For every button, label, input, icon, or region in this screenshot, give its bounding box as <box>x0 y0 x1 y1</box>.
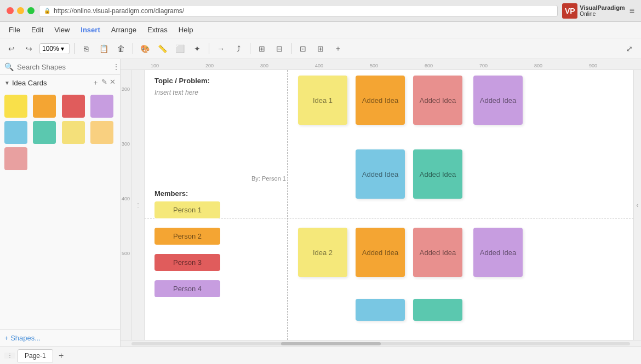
shape-blue[interactable] <box>4 121 27 144</box>
added-idea-card-4[interactable]: Added Idea <box>356 149 405 199</box>
add-shapes-button[interactable]: + Shapes... <box>4 334 116 342</box>
added-idea-label-8: Added Idea <box>480 249 517 257</box>
zoom-select[interactable]: 100% ▾ <box>39 43 70 54</box>
ruler-mark-200v: 200 <box>122 86 130 92</box>
edit-category-icon[interactable]: ✎ <box>101 78 107 88</box>
shape-orange[interactable] <box>33 95 56 118</box>
bottom-dot-handle[interactable]: ⋮ <box>4 353 15 359</box>
ruler-mark-200: 200 <box>205 63 214 68</box>
connector-button[interactable]: → <box>214 42 228 56</box>
minimize-button[interactable] <box>17 7 24 14</box>
added-idea-card-3[interactable]: Added Idea <box>473 76 523 125</box>
align-button[interactable]: ⊟ <box>272 42 287 56</box>
style-button[interactable]: ✦ <box>190 42 204 56</box>
page-tab-label: Page-1 <box>25 352 46 360</box>
added-idea-card-8[interactable]: Added Idea <box>473 228 523 277</box>
shape-light-yellow[interactable] <box>62 121 85 144</box>
added-idea-card-6[interactable]: Added Idea <box>356 228 405 277</box>
idea-2-label: Idea 2 <box>313 249 333 257</box>
insert-text: Insert text here <box>154 89 198 96</box>
menu-extras[interactable]: Extras <box>143 24 172 36</box>
menu-insert[interactable]: Insert <box>76 24 104 36</box>
separator-4 <box>250 43 250 54</box>
redo-button[interactable]: ↪ <box>22 42 36 56</box>
snap-button[interactable]: ⊞ <box>313 42 328 56</box>
person-2-badge[interactable]: Person 2 <box>154 228 220 245</box>
added-idea-card-7[interactable]: Added Idea <box>413 228 462 277</box>
separator-2 <box>133 43 133 54</box>
horizontal-scrollbar[interactable] <box>121 340 641 346</box>
chevron-down-icon: ▼ <box>4 80 10 86</box>
menu-view[interactable]: View <box>50 24 74 36</box>
maximize-button[interactable] <box>27 7 35 14</box>
ruler-mark-100: 100 <box>151 63 159 68</box>
shape-purple[interactable] <box>90 95 113 118</box>
menu-file[interactable]: File <box>4 24 25 36</box>
menu-arrange[interactable]: Arrange <box>107 24 141 36</box>
added-idea-label-1: Added Idea <box>362 96 399 105</box>
logo-icon: VP <box>562 3 577 19</box>
logo-brand: VisualParadigm Online <box>580 4 625 17</box>
person-3-badge[interactable]: Person 3 <box>154 254 220 271</box>
undo-button[interactable]: ↩ <box>4 42 19 56</box>
paste-button[interactable]: 📋 <box>96 42 111 56</box>
added-idea-card-1[interactable]: Added Idea <box>356 76 405 125</box>
traffic-lights <box>7 7 35 14</box>
added-idea-card-5[interactable]: Added Idea <box>413 149 462 199</box>
separator-5 <box>291 43 291 54</box>
right-collapse-handle[interactable]: ‹ <box>633 70 641 340</box>
url-text: https://online.visual-paradigm.com/diagr… <box>54 7 184 15</box>
shape-pink[interactable] <box>4 147 27 170</box>
logo: VP VisualParadigm Online <box>562 3 625 19</box>
expand-button[interactable]: ⤢ <box>622 42 637 56</box>
added-idea-card-10[interactable] <box>413 299 462 321</box>
ruler-mark-900: 900 <box>589 63 597 68</box>
add-category-icon[interactable]: ＋ <box>92 78 99 88</box>
added-idea-card-2[interactable]: Added Idea <box>413 76 462 125</box>
close-button[interactable] <box>7 7 14 14</box>
person-1-badge[interactable]: Person 1 <box>154 201 220 218</box>
panel-options-icon[interactable]: ⋮ <box>112 62 120 71</box>
arrange-button[interactable]: ⊞ <box>255 42 269 56</box>
shape-button[interactable]: ⬜ <box>173 42 187 56</box>
fit-page-button[interactable]: ⊡ <box>296 42 310 56</box>
close-category-icon[interactable]: ✕ <box>110 78 116 88</box>
toolbar: ↩ ↪ 100% ▾ ⎘ 📋 🗑 🎨 📏 ⬜ ✦ → ⤴ ⊞ ⊟ ⊡ ⊞ ＋ ⤢ <box>0 38 641 59</box>
idea-2-card[interactable]: Idea 2 <box>298 228 347 277</box>
ruler-mark-800: 800 <box>534 63 542 68</box>
copy-button[interactable]: ⎘ <box>79 42 93 56</box>
added-idea-label-3: Added Idea <box>480 96 517 105</box>
bottom-handle[interactable]: ⋮ <box>131 70 145 340</box>
added-idea-label-2: Added Idea <box>420 96 456 105</box>
shape-red[interactable] <box>62 95 85 118</box>
insert-button[interactable]: ＋ <box>331 42 345 56</box>
menubar: File Edit View Insert Arrange Extras Hel… <box>0 22 641 38</box>
shape-teal[interactable] <box>33 121 56 144</box>
grid-line-v1 <box>287 70 288 340</box>
menu-edit[interactable]: Edit <box>27 24 48 36</box>
waypoint-button[interactable]: ⤴ <box>231 42 245 56</box>
category-header[interactable]: ▼ Idea Cards ＋ ✎ ✕ <box>0 75 120 90</box>
titlebar: 🔒 https://online.visual-paradigm.com/dia… <box>0 0 641 22</box>
url-bar[interactable]: 🔒 https://online.visual-paradigm.com/dia… <box>39 5 558 17</box>
scrollbar-thumb[interactable] <box>281 342 381 345</box>
shapes-grid <box>0 90 120 175</box>
separator-3 <box>209 43 209 54</box>
add-page-button[interactable]: + <box>55 350 67 362</box>
person-4-badge[interactable]: Person 4 <box>154 280 220 297</box>
fill-button[interactable]: 🎨 <box>138 42 152 56</box>
added-idea-card-9[interactable] <box>356 299 405 321</box>
content-area: 100 200 300 400 500 600 700 800 900 200 … <box>121 59 641 346</box>
ruler-mark-300: 300 <box>260 63 268 68</box>
page-1-tab[interactable]: Page-1 <box>18 349 53 362</box>
line-button[interactable]: 📏 <box>155 42 169 56</box>
shape-peach[interactable] <box>90 121 113 144</box>
delete-button[interactable]: 🗑 <box>114 42 128 56</box>
ruler-mark-400: 400 <box>315 63 323 68</box>
idea-1-card[interactable]: Idea 1 <box>298 76 347 125</box>
canvas[interactable]: Topic / Problem: Insert text here Member… <box>145 70 633 340</box>
search-input[interactable] <box>17 63 109 71</box>
menu-help[interactable]: Help <box>174 24 198 36</box>
shape-yellow[interactable] <box>4 95 27 118</box>
hamburger-icon[interactable]: ≡ <box>629 6 634 16</box>
